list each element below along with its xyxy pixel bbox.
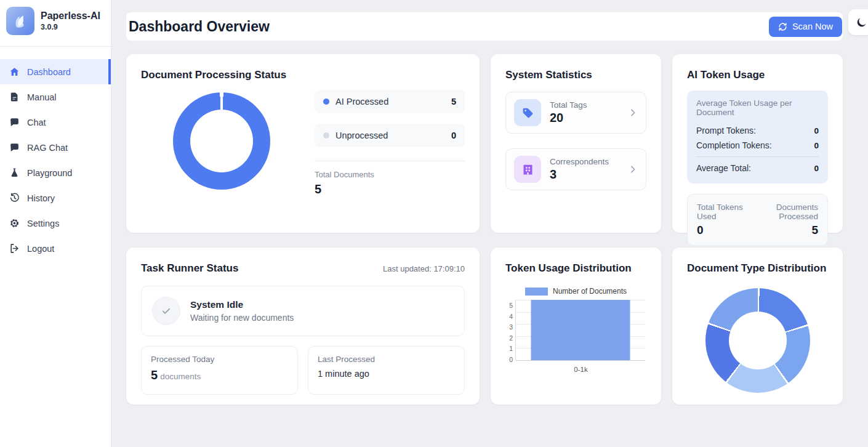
status-title: System Idle	[190, 299, 294, 310]
stat-texts: Total Tags 20	[550, 100, 619, 125]
gear-icon	[9, 218, 20, 228]
processed-today-box: Processed Today 5documents	[141, 346, 298, 395]
documents-processed-label: Documents Processed	[751, 203, 818, 221]
plot-area: 5 4 3 2 1 0	[505, 300, 646, 360]
average-total-value: 0	[814, 164, 819, 173]
moon-icon	[856, 17, 867, 28]
bar-0-1k	[531, 300, 630, 360]
sidebar-item-manual[interactable]: Manual	[0, 84, 111, 110]
theme-toggle-button[interactable]	[848, 9, 868, 35]
total-documents-value: 5	[315, 182, 465, 196]
sidebar-item-playground[interactable]: Playground	[0, 160, 111, 185]
total-tokens-used-block: Total Tokens Used 0	[697, 203, 751, 237]
y-tick: 3	[509, 324, 513, 331]
sidebar-item-history[interactable]: History	[0, 185, 111, 211]
legend-value: 5	[451, 97, 456, 107]
status-subtitle: Waiting for new documents	[190, 313, 294, 323]
sidebar-item-label: RAG Chat	[27, 143, 68, 153]
card-ai-token-usage: AI Token Usage Average Token Usage per D…	[672, 54, 843, 233]
donut-hole	[729, 312, 787, 369]
sidebar-item-rag-chat[interactable]: RAG Chat	[0, 135, 111, 160]
processed-today-label: Processed Today	[151, 355, 288, 364]
flask-icon	[9, 167, 20, 178]
legend-dot	[323, 99, 329, 105]
card-token-usage-distribution: Token Usage Distribution Number of Docum…	[491, 248, 661, 405]
sidebar-item-settings[interactable]: Settings	[0, 211, 111, 236]
last-processed-box: Last Processed 1 minute ago	[308, 346, 465, 395]
sidebar-item-label: Manual	[27, 92, 57, 102]
main-content: Dashboard Overview Scan Now Document Pro…	[111, 0, 868, 447]
total-tokens-used-label: Total Tokens Used	[697, 203, 751, 221]
documents-processed-block: Documents Processed 5	[751, 203, 818, 237]
y-tick: 4	[509, 313, 513, 320]
scan-now-button[interactable]: Scan Now	[769, 17, 842, 37]
check-icon	[152, 297, 180, 325]
sidebar-item-label: Playground	[27, 168, 72, 178]
y-tick: 0	[509, 356, 513, 363]
last-processed-label: Last Processed	[318, 355, 455, 364]
sidebar-item-label: Dashboard	[27, 67, 71, 77]
sidebar-item-dashboard[interactable]: Dashboard	[0, 59, 111, 84]
card-title: Task Runner Status	[141, 262, 238, 275]
legend-swatch	[525, 288, 548, 296]
processed-today-value: 5	[151, 368, 158, 382]
token-totals-panel: Total Tokens Used 0 Documents Processed …	[687, 194, 828, 246]
sidebar-item-chat[interactable]: Chat	[0, 110, 111, 135]
divider	[315, 161, 465, 161]
status-texts: System Idle Waiting for new documents	[190, 299, 294, 323]
average-total-row: Average Total: 0	[696, 161, 819, 175]
card-task-runner-status: Task Runner Status Last updated: 17:09:1…	[126, 248, 480, 405]
prompt-tokens-row: Prompt Tokens: 0	[696, 123, 819, 138]
card-title: System Statistics	[505, 69, 646, 81]
y-tick: 5	[509, 302, 513, 309]
document-icon	[9, 92, 20, 102]
processed-today-value-row: 5documents	[151, 368, 288, 382]
card-title: Document Processing Status	[141, 69, 465, 81]
chat-icon	[9, 142, 20, 153]
prompt-tokens-value: 0	[814, 126, 819, 135]
y-tick: 2	[509, 335, 513, 342]
plot	[515, 300, 645, 360]
card-title: AI Token Usage	[687, 69, 828, 81]
sidebar-item-label: Settings	[27, 219, 59, 228]
total-tokens-used-value: 0	[697, 223, 751, 237]
sidebar-item-label: Chat	[27, 118, 46, 127]
sidebar-item-logout[interactable]: Logout	[0, 236, 111, 261]
sidebar-divider	[0, 46, 111, 47]
dashboard-grid: Document Processing Status AI Processed …	[126, 54, 868, 405]
last-updated-text: Last updated: 17:09:10	[383, 264, 465, 273]
average-token-panel: Average Token Usage per Document Prompt …	[687, 91, 828, 183]
chat-icon	[9, 117, 20, 127]
stat-total-tags[interactable]: Total Tags 20	[505, 92, 646, 134]
refresh-icon	[778, 22, 787, 31]
card-title: Token Usage Distribution	[505, 262, 646, 275]
stat-correspondents[interactable]: Correspondents 3	[505, 148, 646, 190]
task-runner-header: Task Runner Status Last updated: 17:09:1…	[141, 262, 465, 275]
last-processed-value: 1 minute ago	[318, 369, 455, 379]
completion-tokens-row: Completion Tokens: 0	[696, 138, 819, 153]
building-icon	[514, 156, 541, 183]
legend-row-ai-processed: AI Processed 5	[315, 90, 465, 113]
stat-label: Correspondents	[550, 157, 619, 166]
app-logo-row: Paperless-AI 3.0.9	[0, 0, 111, 41]
donut-hole	[190, 110, 253, 172]
gridline	[516, 360, 645, 361]
card-title: Document Type Distribution	[687, 262, 828, 275]
app-logo-icon	[6, 7, 34, 35]
home-icon	[9, 66, 20, 77]
stat-texts: Correspondents 3	[550, 157, 619, 182]
average-total-label: Average Total:	[696, 163, 751, 173]
sidebar-item-label: Logout	[27, 244, 54, 254]
documents-processed-value: 5	[751, 223, 818, 237]
document-type-donut-chart	[705, 288, 810, 393]
logout-icon	[9, 243, 20, 254]
leaf-icon	[11, 12, 30, 30]
y-tick: 1	[509, 345, 513, 352]
chevron-right-icon	[628, 164, 638, 174]
bar-chart: Number of Documents 5 4 3 2 1 0	[505, 287, 646, 373]
card-document-type-distribution: Document Type Distribution	[672, 248, 843, 405]
page-header: Dashboard Overview Scan Now	[126, 12, 843, 41]
card-system-statistics: System Statistics Total Tags 20 Correspo…	[491, 54, 661, 233]
sidebar-nav: Dashboard Manual Chat RAG Chat Playgroun…	[0, 59, 111, 261]
legend-label: AI Processed	[336, 97, 451, 107]
